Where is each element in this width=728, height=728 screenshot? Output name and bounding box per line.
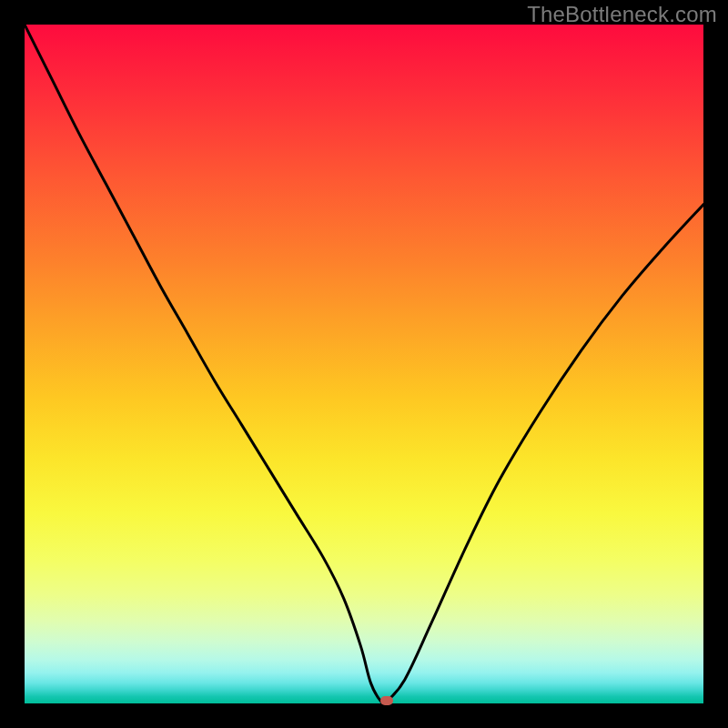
selected-point-marker xyxy=(380,696,393,705)
curve-svg xyxy=(25,25,703,703)
plot-area xyxy=(25,25,703,703)
watermark-text: TheBottleneck.com xyxy=(527,2,717,27)
chart-frame: TheBottleneck.com xyxy=(0,0,728,728)
bottleneck-curve xyxy=(25,25,703,703)
